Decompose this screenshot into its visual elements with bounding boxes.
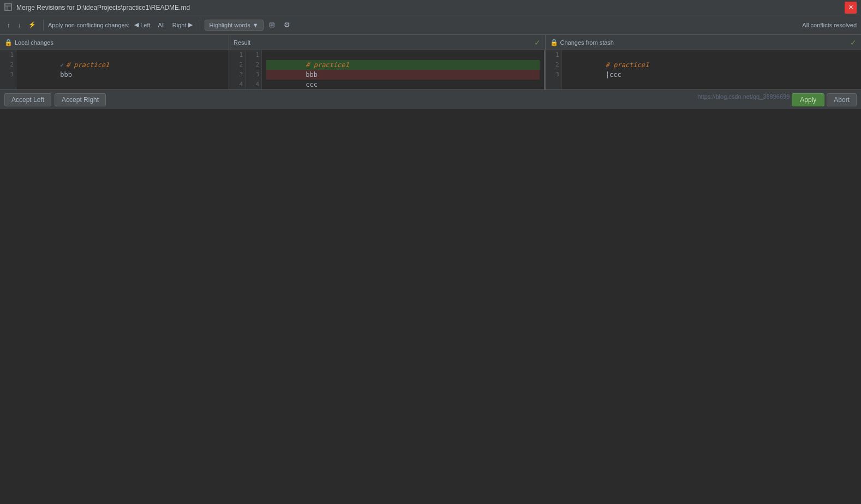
toolbar: ↑ ↓ ⚡ Apply non-conflicting changes: ◀ L… — [0, 15, 861, 35]
result-left-num-2: 2 — [231, 60, 243, 70]
next-conflict-button[interactable]: ↓ — [15, 20, 24, 30]
settings-button[interactable]: ⚙ — [280, 19, 294, 31]
right-line-num-1: 1 — [548, 50, 559, 60]
left-code-line-1: ✓# practice1 — [21, 50, 224, 60]
toolbar-separator-1 — [43, 20, 44, 31]
result-panel-header: Result ✓ — [229, 35, 545, 50]
right-lock-icon: 🔒 — [550, 39, 558, 46]
result-bbb-text: bbb — [306, 71, 318, 79]
result-panel-body: 1 2 3 4 1 2 3 4 # practice1 bbb — [229, 50, 545, 89]
left-panel-header-left: 🔒 Local changes — [4, 39, 53, 46]
grid-view-button[interactable]: ⊞ — [266, 19, 278, 31]
apply-all-label: All — [158, 22, 165, 28]
result-code-line-1: # practice1 — [266, 50, 540, 60]
highlight-words-dropdown-icon: ▼ — [253, 22, 259, 28]
result-code-area[interactable]: # practice1 bbb ccc All changes have bee… — [262, 50, 545, 89]
apply-non-conflicting-label: Apply non-conflicting changes: — [48, 22, 129, 28]
left-panel-title: Local changes — [15, 39, 53, 46]
apply-abort-group: https://blog.csdn.net/qq_38896699 Apply … — [697, 93, 857, 106]
panels-area: 🔒 Local changes 1 2 3 ✓# practice1 bbb — [0, 35, 861, 89]
result-right-num-2: 2 — [248, 60, 259, 70]
right-panel: 🔒 Changes from stash ✓ 1 2 3 # practice1… — [546, 35, 862, 89]
highlight-words-label: Highlight words — [210, 22, 250, 28]
apply-left-button[interactable]: ◀ Left — [131, 20, 153, 30]
title-bar: Merge Revisions for D:\ideaProjects\prac… — [0, 0, 861, 15]
apply-right-arrow-icon: ▶ — [188, 21, 193, 28]
apply-button[interactable]: Apply — [792, 93, 824, 106]
right-panel-body: 1 2 3 # practice1 |ccc — [546, 50, 862, 89]
right-code-area[interactable]: # practice1 |ccc — [562, 50, 862, 89]
right-line-num-3: 3 — [548, 70, 559, 80]
window-icon — [4, 3, 13, 12]
left-check-mark: ✓ — [60, 62, 64, 69]
right-ccc-text: | — [606, 71, 609, 79]
left-line-num-1: 1 — [2, 50, 14, 60]
result-left-num-1: 1 — [231, 50, 243, 60]
apply-right-button[interactable]: Right ▶ — [170, 20, 195, 30]
result-left-num-4: 4 — [231, 80, 243, 89]
gear-icon: ⚙ — [284, 21, 290, 29]
prev-conflict-button[interactable]: ↑ — [4, 20, 13, 30]
result-check-icon: ✓ — [534, 38, 541, 47]
center-panel: Result ✓ 1 2 3 4 1 2 3 4 # practice1 — [229, 35, 546, 89]
right-panel-title: Changes from stash — [560, 39, 614, 46]
result-right-num-3: 3 — [248, 70, 259, 80]
close-button[interactable]: ✕ — [845, 2, 857, 14]
right-line-numbers: 1 2 3 — [546, 50, 562, 89]
result-right-line-numbers: 1 2 3 4 — [246, 50, 262, 89]
left-panel: 🔒 Local changes 1 2 3 ✓# practice1 bbb — [0, 35, 229, 89]
accept-right-button[interactable]: Accept Right — [55, 93, 106, 106]
left-code-area[interactable]: ✓# practice1 bbb — [16, 50, 229, 89]
right-panel-header-left: 🔒 Changes from stash — [550, 39, 614, 46]
magic-icon: ⚡ — [28, 21, 36, 28]
apply-left-arrow-icon: ◀ — [134, 21, 139, 28]
up-arrow-icon: ↑ — [7, 22, 10, 28]
right-code-line-1: # practice1 — [566, 50, 857, 60]
toolbar-separator-2 — [200, 20, 200, 31]
left-heading-text: # practice1 — [66, 61, 109, 69]
apply-all-button[interactable]: All — [156, 20, 168, 30]
left-line-num-3: 3 — [2, 70, 14, 80]
result-left-line-numbers: 1 2 3 4 — [229, 50, 246, 89]
right-line-num-2: 2 — [548, 60, 559, 70]
accept-left-button[interactable]: Accept Left — [4, 93, 51, 106]
right-ccc-content: ccc — [609, 71, 621, 79]
bottom-bar: Accept Left Accept Right https://blog.cs… — [0, 89, 861, 109]
right-check-icon: ✓ — [850, 38, 857, 47]
result-right-num-4: 4 — [248, 80, 259, 89]
left-panel-body: 1 2 3 ✓# practice1 bbb — [0, 50, 229, 89]
result-right-num-1: 1 — [248, 50, 259, 60]
svg-rect-0 — [5, 4, 11, 10]
magic-button[interactable]: ⚡ — [26, 20, 39, 30]
conflicts-resolved-label: All conflicts resolved — [802, 22, 857, 28]
left-line-num-2: 2 — [2, 60, 14, 70]
left-line-numbers: 1 2 3 — [0, 50, 16, 89]
result-left-num-3: 3 — [231, 70, 243, 80]
left-panel-header: 🔒 Local changes — [0, 35, 229, 50]
bottom-url: https://blog.csdn.net/qq_38896699 — [697, 93, 790, 106]
right-heading-text: # practice1 — [606, 61, 649, 69]
result-ccc-text: ccc — [306, 81, 318, 88]
left-lock-icon: 🔒 — [4, 39, 13, 46]
right-panel-header: 🔒 Changes from stash ✓ — [546, 35, 862, 50]
down-arrow-icon: ↓ — [18, 22, 21, 28]
highlight-words-button[interactable]: Highlight words ▼ — [205, 20, 264, 31]
left-bbb-text: bbb — [60, 71, 72, 79]
result-heading: # practice1 — [306, 61, 349, 69]
window-title: Merge Revisions for D:\ideaProjects\prac… — [16, 4, 845, 11]
apply-left-label: Left — [140, 22, 150, 28]
grid-icon: ⊞ — [269, 21, 275, 29]
abort-button[interactable]: Abort — [827, 93, 857, 106]
apply-right-label: Right — [172, 22, 187, 28]
result-panel-title: Result — [234, 39, 250, 46]
